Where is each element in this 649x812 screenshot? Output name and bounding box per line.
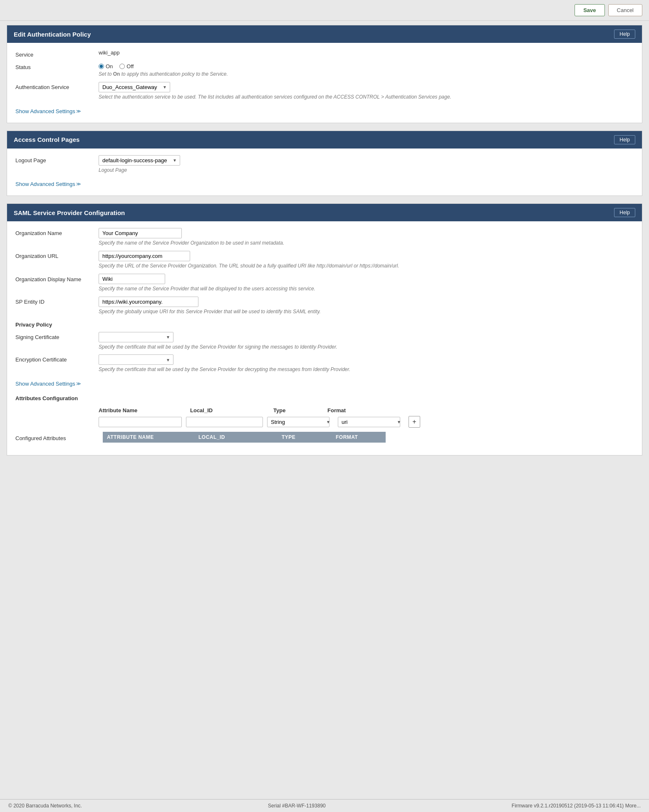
footer-copyright: © 2020 Barracuda Networks, Inc. (8, 803, 82, 809)
org-name-input[interactable] (99, 228, 182, 238)
access-control-panel: Access Control Pages Help Logout Page de… (7, 131, 642, 196)
encryption-cert-row: Encryption Certificate Specify the certi… (15, 354, 634, 373)
top-toolbar: Save Cancel (0, 0, 649, 21)
org-name-row: Organization Name Specify the name of th… (15, 228, 634, 247)
attr-type-select[interactable]: String (267, 417, 329, 427)
attr-type-col-header: Type (273, 407, 327, 413)
attr-name-input[interactable] (99, 417, 182, 427)
footer: © 2020 Barracuda Networks, Inc. Serial #… (0, 799, 649, 812)
signing-cert-select-wrapper (99, 332, 173, 342)
org-display-row: Organization Display Name Specify the na… (15, 274, 634, 292)
main-content: Edit Authentication Policy Help Service … (0, 21, 649, 480)
status-content: On Off Set to On to apply this authentic… (99, 62, 634, 78)
attributes-heading: Attributes Configuration (15, 395, 78, 401)
org-url-label: Organization URL (15, 251, 99, 259)
auth-policy-header: Edit Authentication Policy Help (7, 25, 642, 43)
auth-service-row: Authentication Service Duo_Access_Gatewa… (15, 82, 634, 101)
auth-policy-help-button[interactable]: Help (614, 30, 635, 39)
encryption-cert-label: Encryption Certificate (15, 354, 99, 363)
service-row: Service wiki_app (15, 50, 634, 58)
logout-page-row: Logout Page default-login-success-page L… (15, 155, 634, 174)
footer-firmware: Firmware v9.2.1.r20190512 (2019-05-13 11… (512, 803, 641, 809)
configured-attr-label: Configured Attributes (15, 432, 99, 441)
auth-service-hint: Select the authentication service to be … (99, 94, 634, 101)
attr-table-header: Attribute Name Local_ID Type Format (99, 407, 634, 413)
attr-format-col-header: Format (327, 407, 381, 413)
attr-localid-input[interactable] (186, 417, 263, 427)
org-display-input[interactable] (99, 274, 165, 284)
attr-localid-col-header: Local_ID (190, 407, 273, 413)
signing-cert-select[interactable] (99, 332, 173, 342)
access-control-help-button[interactable]: Help (614, 135, 635, 144)
auth-service-select[interactable]: Duo_Access_Gateway (99, 82, 170, 92)
config-col-type: TYPE (277, 432, 332, 443)
org-url-content: Specify the URL of the Service Provider … (99, 251, 634, 270)
privacy-policy-row: Privacy Policy (15, 319, 634, 328)
attr-name-col-header: Attribute Name (99, 407, 190, 413)
org-name-label: Organization Name (15, 228, 99, 236)
privacy-policy-label: Privacy Policy (15, 319, 99, 328)
service-label: Service (15, 50, 99, 58)
status-label: Status (15, 62, 99, 70)
saml-panel: SAML Service Provider Configuration Help… (7, 203, 642, 456)
encryption-cert-content: Specify the certificate that will be use… (99, 354, 634, 373)
config-col-localid: LOCAL_ID (194, 432, 277, 443)
access-show-advanced-link[interactable]: Show Advanced Settings (15, 181, 81, 187)
access-control-title: Access Control Pages (14, 136, 79, 143)
attr-format-select[interactable]: uri (338, 417, 400, 427)
status-hint: Set to On to apply this authentication p… (99, 71, 634, 78)
saml-header: SAML Service Provider Configuration Help (7, 204, 642, 221)
attr-format-select-wrapper: uri (338, 417, 404, 427)
org-url-input[interactable] (99, 251, 190, 261)
attr-add-button[interactable]: + (409, 416, 420, 428)
encryption-cert-select-wrapper (99, 354, 173, 365)
sp-entity-hint: Specify the globally unique URI for this… (99, 308, 634, 315)
status-radio-group: On Off (99, 62, 634, 69)
auth-service-label: Authentication Service (15, 82, 99, 90)
sp-entity-label: SP Entity ID (15, 297, 99, 305)
service-value: wiki_app (99, 50, 634, 56)
org-display-label: Organization Display Name (15, 274, 99, 283)
access-control-body: Logout Page default-login-success-page L… (7, 149, 642, 196)
save-button[interactable]: Save (575, 4, 604, 16)
status-off-radio[interactable] (119, 64, 125, 69)
org-name-hint: Specify the name of the Service Provider… (99, 240, 634, 247)
signing-cert-label: Signing Certificate (15, 332, 99, 340)
status-off-label[interactable]: Off (119, 63, 134, 69)
encryption-cert-hint: Specify the certificate that will be use… (99, 366, 634, 373)
sp-entity-input[interactable] (99, 297, 198, 307)
signing-cert-row: Signing Certificate Specify the certific… (15, 332, 634, 351)
org-name-content: Specify the name of the Service Provider… (99, 228, 634, 247)
status-row: Status On Off Set to On to apply this au… (15, 62, 634, 78)
attr-type-select-wrapper: String (267, 417, 334, 427)
configured-attr-row: Configured Attributes ATTRIBUTE NAME LOC… (15, 432, 634, 443)
status-on-label[interactable]: On (99, 63, 113, 69)
sp-entity-content: Specify the globally unique URI for this… (99, 297, 634, 315)
logout-page-select[interactable]: default-login-success-page (99, 155, 180, 166)
auth-policy-panel: Edit Authentication Policy Help Service … (7, 25, 642, 123)
config-col-name: ATTRIBUTE NAME (103, 432, 194, 443)
attr-input-row: String uri + (99, 416, 634, 428)
footer-serial: Serial #BAR-WF-1193890 (268, 803, 326, 809)
auth-show-advanced-link[interactable]: Show Advanced Settings (15, 108, 81, 114)
signing-cert-hint: Specify the certificate that will be use… (99, 344, 634, 351)
logout-page-select-wrapper: default-login-success-page (99, 155, 180, 166)
encryption-cert-select[interactable] (99, 354, 173, 365)
saml-body: Organization Name Specify the name of th… (7, 221, 642, 455)
auth-service-select-wrapper: Duo_Access_Gateway (99, 82, 170, 92)
access-control-header: Access Control Pages Help (7, 131, 642, 149)
auth-service-content: Duo_Access_Gateway Select the authentica… (99, 82, 634, 101)
logout-page-content: default-login-success-page Logout Page (99, 155, 634, 174)
sp-entity-row: SP Entity ID Specify the globally unique… (15, 297, 634, 315)
saml-show-advanced-link[interactable]: Show Advanced Settings (15, 381, 81, 387)
config-col-format: FORMAT (332, 432, 386, 443)
saml-title: SAML Service Provider Configuration (14, 209, 125, 216)
saml-help-button[interactable]: Help (614, 208, 635, 217)
cancel-button[interactable]: Cancel (608, 4, 642, 16)
org-display-hint: Specify the name of the Service Provider… (99, 285, 634, 292)
configured-attr-content: ATTRIBUTE NAME LOCAL_ID TYPE FORMAT (99, 432, 634, 443)
status-on-radio[interactable] (99, 64, 104, 69)
logout-page-hint: Logout Page (99, 167, 634, 174)
org-display-content: Specify the name of the Service Provider… (99, 274, 634, 292)
signing-cert-content: Specify the certificate that will be use… (99, 332, 634, 351)
